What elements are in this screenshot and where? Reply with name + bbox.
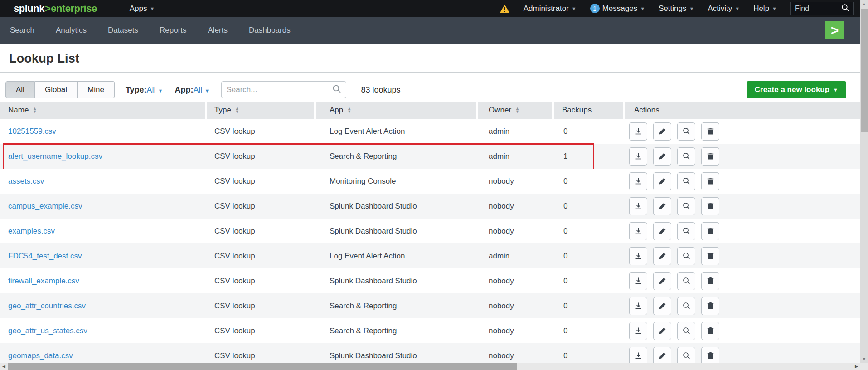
download-button[interactable] [629, 222, 647, 240]
apps-menu[interactable]: Apps ▼ [130, 4, 155, 13]
scope-button-global[interactable]: Global [35, 81, 78, 98]
search-button[interactable] [677, 197, 695, 215]
warning-icon[interactable] [499, 4, 510, 13]
tab-dashboards[interactable]: Dashboards [249, 26, 291, 35]
search-button[interactable] [677, 147, 695, 166]
splunk-app-icon[interactable]: > [825, 21, 844, 39]
lookup-name-link[interactable]: alert_username_lookup.csv [8, 152, 102, 161]
edit-button[interactable] [653, 172, 671, 190]
column-header-name[interactable]: Name ▲▼ [0, 102, 207, 119]
search-button[interactable] [677, 247, 695, 265]
user-menu-label: Administrator [524, 4, 569, 13]
delete-button[interactable] [701, 322, 719, 340]
edit-button[interactable] [653, 347, 671, 363]
download-button[interactable] [629, 322, 647, 340]
download-button[interactable] [629, 272, 647, 290]
column-header-type[interactable]: Type ▲▼ [207, 102, 316, 119]
download-button[interactable] [629, 247, 647, 265]
edit-button[interactable] [653, 297, 671, 315]
messages-menu[interactable]: 1 Messages ▼ [590, 4, 645, 13]
lookup-name-link[interactable]: 10251559.csv [8, 127, 56, 136]
download-button[interactable] [629, 147, 647, 166]
delete-button[interactable] [701, 272, 719, 290]
column-header-owner[interactable]: Owner ▲▼ [478, 102, 554, 119]
chevron-down-icon: ▼ [640, 6, 645, 11]
splunk-logo[interactable]: splunk>enterprise [14, 3, 97, 15]
download-button[interactable] [629, 197, 647, 215]
search-button[interactable] [677, 347, 695, 363]
search-icon[interactable] [332, 84, 341, 95]
delete-button[interactable] [701, 297, 719, 315]
tab-alerts[interactable]: Alerts [208, 26, 228, 35]
search-button[interactable] [677, 172, 695, 190]
backups-cell: 0 [554, 119, 625, 144]
download-button[interactable] [629, 122, 647, 141]
magnifier-icon [683, 302, 690, 310]
lookup-name-link[interactable]: firewall_example.csv [8, 277, 79, 286]
search-button[interactable] [677, 322, 695, 340]
tab-search[interactable]: Search [10, 26, 34, 35]
lookup-name-link[interactable]: geomaps_data.csv [8, 351, 73, 360]
owner-cell: admin [478, 144, 554, 169]
scroll-right-arrow[interactable]: ▶ [853, 363, 860, 370]
search-button[interactable] [677, 222, 695, 240]
magnifier-icon [683, 352, 690, 360]
settings-menu[interactable]: Settings ▼ [659, 4, 694, 13]
search-input[interactable] [226, 85, 326, 94]
download-button[interactable] [629, 347, 647, 363]
help-menu[interactable]: Help ▼ [753, 4, 777, 13]
column-header-actions: Actions [625, 102, 860, 119]
apps-menu-label: Apps [130, 4, 147, 13]
lookup-name-link[interactable]: campus_example.csv [8, 202, 82, 211]
edit-button[interactable] [653, 222, 671, 240]
lookup-name-link[interactable]: assets.csv [8, 177, 44, 186]
scope-button-all[interactable]: All [5, 81, 35, 98]
edit-button[interactable] [653, 322, 671, 340]
app-cell: Splunk Dashboard Studio [316, 219, 478, 243]
scroll-down-arrow[interactable]: ▼ [860, 355, 868, 363]
download-button[interactable] [629, 172, 647, 190]
delete-button[interactable] [701, 247, 719, 265]
tab-reports[interactable]: Reports [160, 26, 187, 35]
download-button[interactable] [629, 297, 647, 315]
edit-button[interactable] [653, 147, 671, 166]
user-menu[interactable]: Administrator ▼ [524, 4, 577, 13]
vertical-scrollbar[interactable]: ▲ ▼ [860, 0, 868, 363]
download-icon [635, 302, 642, 310]
type-filter-dropdown[interactable]: All ▼ [147, 85, 163, 95]
lookup-name-link[interactable]: examples.csv [8, 227, 55, 236]
app-cell: Log Event Alert Action [316, 119, 478, 144]
delete-button[interactable] [701, 347, 719, 363]
tab-analytics[interactable]: Analytics [56, 26, 87, 35]
search-button[interactable] [677, 297, 695, 315]
delete-button[interactable] [701, 197, 719, 215]
lookup-name-link[interactable]: geo_attr_countries.csv [8, 302, 86, 311]
delete-button[interactable] [701, 172, 719, 190]
create-lookup-button[interactable]: Create a new lookup ▼ [747, 81, 846, 98]
lookup-name-link[interactable]: geo_attr_us_states.csv [8, 326, 87, 336]
delete-button[interactable] [701, 122, 719, 141]
search-button[interactable] [677, 272, 695, 290]
edit-button[interactable] [653, 197, 671, 215]
scroll-up-arrow[interactable]: ▲ [860, 0, 868, 8]
edit-button[interactable] [653, 247, 671, 265]
activity-menu[interactable]: Activity ▼ [708, 4, 740, 13]
app-filter-dropdown[interactable]: All ▼ [193, 85, 209, 95]
scope-button-mine[interactable]: Mine [78, 81, 115, 98]
delete-button[interactable] [701, 222, 719, 240]
lookup-name-link[interactable]: FDC54_test_dest.csv [8, 252, 82, 261]
find-search-box[interactable]: Find [790, 2, 854, 15]
pencil-icon [659, 227, 666, 235]
horizontal-scrollbar[interactable]: ◀ ▶ [0, 363, 868, 370]
scroll-left-arrow[interactable]: ◀ [0, 363, 8, 370]
delete-button[interactable] [701, 147, 719, 166]
column-header-app[interactable]: App ▲▼ [316, 102, 478, 119]
search-icon [841, 4, 849, 14]
horizontal-scroll-thumb[interactable] [8, 363, 517, 370]
sort-arrows-icon: ▲▼ [515, 107, 519, 113]
edit-button[interactable] [653, 272, 671, 290]
tab-datasets[interactable]: Datasets [108, 26, 138, 35]
vertical-scroll-thumb[interactable] [861, 9, 868, 132]
search-button[interactable] [677, 122, 695, 141]
edit-button[interactable] [653, 122, 671, 141]
